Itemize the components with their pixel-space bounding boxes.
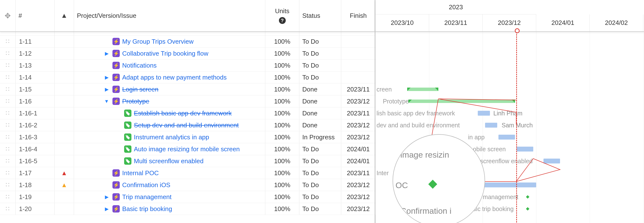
- issue-link[interactable]: Collaborative Trip booking flow: [122, 50, 208, 57]
- row-title-cell[interactable]: Collaborative Trip booking flow: [74, 48, 265, 59]
- row-drag[interactable]: [0, 83, 16, 95]
- table-row[interactable]: 1-16-3Instrument analytics in app100%In …: [0, 131, 374, 143]
- gantt-row[interactable]: [376, 32, 644, 36]
- row-drag[interactable]: [0, 119, 16, 131]
- issue-link[interactable]: Login screen: [122, 86, 158, 93]
- header-number[interactable]: #: [16, 0, 54, 31]
- drag-handle-icon[interactable]: [5, 110, 10, 116]
- drag-handle-icon[interactable]: [5, 182, 10, 188]
- row-title-cell[interactable]: Notifications: [74, 60, 265, 71]
- header-status[interactable]: Status: [299, 0, 341, 31]
- table-row[interactable]: 1-12Collaborative Trip booking flow100%T…: [0, 48, 374, 60]
- gantt-row[interactable]: in app: [376, 131, 644, 143]
- table-row[interactable]: 1-16-4Auto image resizing for mobile scr…: [0, 143, 374, 155]
- table-row[interactable]: 1-16-2Setup dev and and build environmen…: [0, 119, 374, 131]
- row-drag[interactable]: [0, 32, 16, 36]
- gantt-milestone-mini[interactable]: [526, 195, 529, 199]
- table-row[interactable]: 1-15Login screen100%Done2023/11: [0, 83, 374, 95]
- expand-caret-icon[interactable]: [103, 51, 110, 56]
- header-warning[interactable]: [54, 0, 74, 31]
- expand-caret-icon[interactable]: [103, 86, 110, 92]
- row-drag[interactable]: [0, 191, 16, 203]
- gantt-row[interactable]: dev and and build environmentSam Murch: [376, 119, 644, 131]
- table-row[interactable]: 1-20Basic trip booking100%To Do2023/12: [0, 203, 374, 215]
- drag-handle-icon[interactable]: [5, 146, 10, 152]
- gantt-task-bar[interactable]: [478, 111, 490, 116]
- drag-handle-icon[interactable]: [5, 98, 10, 104]
- issue-link[interactable]: Auto image resizing for mobile screen: [134, 145, 240, 153]
- gantt-row[interactable]: o management: [376, 191, 644, 203]
- row-title-cell[interactable]: Trip management: [74, 191, 265, 203]
- table-row[interactable]: 1-16-5Multi screenflow enabled100%To Do2…: [0, 155, 374, 167]
- row-drag[interactable]: [0, 155, 16, 167]
- gantt-row[interactable]: [376, 36, 644, 48]
- row-title-cell[interactable]: Confirmation iOS: [74, 179, 265, 191]
- issue-link[interactable]: Multi screenflow enabled: [134, 157, 204, 165]
- issue-link[interactable]: My Group Trips Overview: [122, 38, 194, 45]
- gantt-row[interactable]: [376, 60, 644, 71]
- row-title-cell[interactable]: Prototype: [74, 95, 265, 107]
- issue-link[interactable]: Adapt apps to new payment methods: [122, 74, 226, 81]
- gantt-row[interactable]: screenflow enabled: [376, 155, 644, 167]
- issue-link[interactable]: Setup dev and and build environment: [134, 122, 239, 129]
- drag-handle-icon[interactable]: [5, 75, 10, 80]
- issue-link[interactable]: Instrument analytics in app: [134, 134, 209, 141]
- row-title-cell[interactable]: Invite and share: [74, 32, 265, 36]
- row-title-cell[interactable]: Establish basic app dev framework: [74, 107, 265, 119]
- row-title-cell[interactable]: Internal POC: [74, 167, 265, 179]
- row-title-cell[interactable]: Auto image resizing for mobile screen: [74, 143, 265, 155]
- row-title-cell[interactable]: Adapt apps to new payment methods: [74, 71, 265, 83]
- gantt-panel[interactable]: 2023 2023/102023/112023/122024/012024/02…: [376, 0, 644, 223]
- header-units[interactable]: Units: [265, 0, 299, 31]
- issue-link[interactable]: Confirmation iOS: [122, 181, 170, 189]
- drag-handle-icon[interactable]: [5, 158, 10, 164]
- table-row[interactable]: 1-13Notifications100%To Do: [0, 60, 374, 71]
- row-drag[interactable]: [0, 48, 16, 59]
- issue-link[interactable]: Basic trip booking: [122, 205, 172, 213]
- expand-caret-icon[interactable]: [103, 98, 110, 104]
- drag-handle-icon[interactable]: [5, 170, 10, 176]
- issue-link[interactable]: Notifications: [122, 62, 157, 69]
- row-drag[interactable]: [0, 179, 16, 191]
- gantt-body[interactable]: creenPrototypelish basic app dev framewo…: [376, 32, 644, 223]
- expand-caret-icon[interactable]: [103, 74, 110, 80]
- drag-handle-icon[interactable]: [5, 87, 10, 92]
- gantt-milestone-diamond[interactable]: [420, 170, 427, 176]
- drag-handle-icon[interactable]: [5, 123, 10, 128]
- help-icon[interactable]: [279, 16, 286, 24]
- table-row[interactable]: 1-14Adapt apps to new payment methods100…: [0, 71, 374, 83]
- drag-handle-icon[interactable]: [5, 63, 10, 68]
- row-title-cell[interactable]: Instrument analytics in app: [74, 131, 265, 143]
- drag-handle-icon[interactable]: [5, 206, 10, 211]
- row-title-cell[interactable]: Setup dev and and build environment: [74, 119, 265, 131]
- table-row[interactable]: 1-16Prototype100%Done2023/12: [0, 95, 374, 107]
- row-title-cell[interactable]: Basic trip booking: [74, 203, 265, 215]
- header-finish[interactable]: Finish: [341, 0, 376, 31]
- row-title-cell[interactable]: Login screen: [74, 83, 265, 95]
- gantt-row[interactable]: lish basic app dev frameworkLinh Pham: [376, 107, 644, 119]
- expand-caret-icon[interactable]: [103, 194, 110, 200]
- row-drag[interactable]: [0, 60, 16, 71]
- gantt-summary-bar[interactable]: [408, 99, 515, 103]
- issue-link[interactable]: Internal POC: [122, 169, 159, 177]
- issue-link[interactable]: Prototype: [122, 97, 149, 105]
- issue-link[interactable]: Establish basic app dev framework: [134, 109, 232, 117]
- row-title-cell[interactable]: Multi screenflow enabled: [74, 155, 265, 167]
- gantt-task-bar[interactable]: [485, 123, 497, 128]
- gantt-task-bar[interactable]: [498, 135, 515, 140]
- drag-handle-icon[interactable]: [5, 51, 10, 56]
- table-row[interactable]: 1-10Invite and share100%To Do: [0, 32, 374, 36]
- row-drag[interactable]: [0, 203, 16, 215]
- gantt-milestone-mini[interactable]: [526, 207, 529, 210]
- gantt-row[interactable]: Prototype: [376, 95, 644, 107]
- gantt-row[interactable]: [376, 71, 644, 83]
- gantt-row[interactable]: [376, 48, 644, 60]
- gantt-task-bar[interactable]: [544, 159, 560, 163]
- row-drag[interactable]: [0, 143, 16, 155]
- drag-handle-icon[interactable]: [5, 135, 10, 140]
- row-drag[interactable]: [0, 107, 16, 119]
- expand-caret-icon[interactable]: [103, 206, 110, 212]
- table-row[interactable]: 1-16-1Establish basic app dev framework1…: [0, 107, 374, 119]
- drag-handle-icon[interactable]: [5, 39, 10, 44]
- gantt-task-bar[interactable]: [517, 147, 533, 152]
